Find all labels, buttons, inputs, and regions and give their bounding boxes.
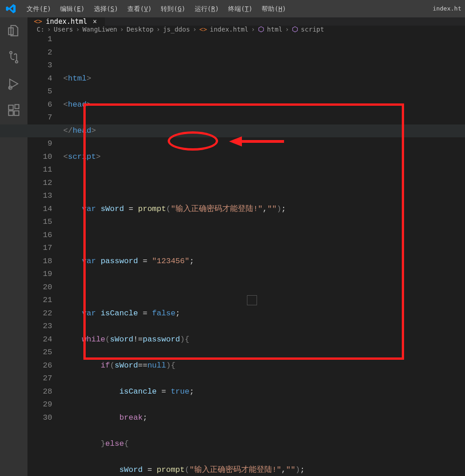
line-numbers: 1234567891011121314151617181920212223242… <box>27 33 63 476</box>
file-html-icon: <> <box>199 26 207 33</box>
code-body[interactable]: <html> <head> </head> <script> var sWord… <box>63 33 465 476</box>
menu-edit[interactable]: 编辑(E) <box>55 0 89 17</box>
breadcrumb-symbol[interactable]: html <box>267 26 283 33</box>
breadcrumb-file[interactable]: index.html <box>210 26 248 33</box>
code-line: <script> <box>63 151 465 164</box>
code-line: isCancle = true; <box>63 385 465 399</box>
editor: <> index.html × C:› Users› WangLiwen› De… <box>27 17 465 476</box>
code-line: <head> <box>63 98 465 112</box>
code-line: if(sWord==null){ <box>63 359 465 373</box>
menu-run[interactable]: 运行(R) <box>190 0 224 17</box>
explorer-icon[interactable] <box>7 24 21 38</box>
code-line: var password = "123456"; <box>63 255 465 268</box>
breadcrumb-seg[interactable]: WangLiwen <box>82 26 117 33</box>
close-icon[interactable]: × <box>91 17 98 26</box>
menu-view[interactable]: 查看(V) <box>123 0 156 17</box>
run-debug-icon[interactable] <box>7 77 21 91</box>
tab-index-html[interactable]: <> index.html × <box>27 17 105 26</box>
symbol-icon <box>258 26 264 32</box>
code-line <box>63 281 465 294</box>
tab-label: index.html <box>46 17 87 26</box>
breadcrumb-seg[interactable]: Desktop <box>126 26 153 33</box>
menu-select[interactable]: 选择(S) <box>89 0 123 17</box>
extensions-icon[interactable] <box>7 103 21 117</box>
breadcrumb-symbol[interactable]: script <box>301 26 324 33</box>
menu-help[interactable]: 帮助(H) <box>257 0 290 17</box>
symbol-icon <box>292 26 298 32</box>
code-line <box>63 46 465 60</box>
code-line: }else{ <box>63 438 465 451</box>
code-area[interactable]: 1234567891011121314151617181920212223242… <box>27 33 465 476</box>
breadcrumb-seg[interactable]: Users <box>54 26 73 33</box>
menu-file[interactable]: 文件(F) <box>22 0 55 17</box>
breadcrumb-seg[interactable]: C: <box>37 26 44 33</box>
menubar: 文件(F) 编辑(E) 选择(S) 查看(V) 转到(G) 运行(R) 终端(T… <box>0 0 465 17</box>
code-line: break; <box>63 411 465 425</box>
breadcrumb-seg[interactable]: js_ddos <box>163 26 190 33</box>
menu-terminal[interactable]: 终端(T) <box>224 0 257 17</box>
vscode-icon <box>0 3 22 14</box>
tab-bar: <> index.html × <box>27 17 465 26</box>
code-line <box>63 229 465 242</box>
code-line: <html> <box>63 72 465 86</box>
activity-bar <box>0 17 27 476</box>
code-line: while(sWord!=password){ <box>63 333 465 346</box>
code-line: sWord = prompt("输入正确密码才能登陆!",""); <box>63 464 465 476</box>
menu-go[interactable]: 转到(G) <box>156 0 190 17</box>
code-line: var isCancle = false; <box>63 307 465 320</box>
source-control-icon[interactable] <box>7 50 21 64</box>
code-line <box>63 177 465 190</box>
window-title: index.ht <box>432 0 461 17</box>
file-html-icon: <> <box>34 17 42 26</box>
breadcrumb[interactable]: C:› Users› WangLiwen› Desktop› js_ddos› … <box>27 26 465 33</box>
menu-items: 文件(F) 编辑(E) 选择(S) 查看(V) 转到(G) 运行(R) 终端(T… <box>22 0 291 17</box>
code-line: var sWord = prompt("输入正确密码才能登陆!",""); <box>63 203 465 216</box>
code-line: </head> <box>63 124 465 138</box>
